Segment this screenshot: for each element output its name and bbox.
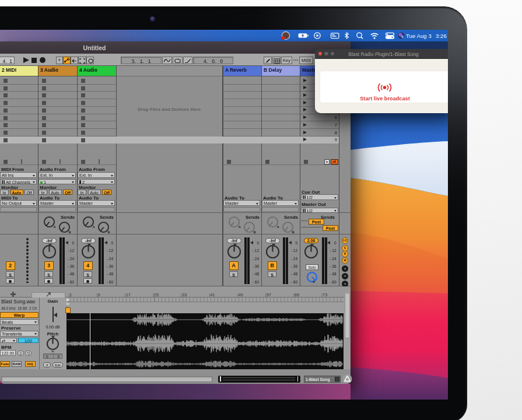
svg-text:Tue Aug 3: Tue Aug 3 bbox=[406, 33, 432, 39]
svg-text:3:26: 3:26 bbox=[436, 33, 447, 39]
